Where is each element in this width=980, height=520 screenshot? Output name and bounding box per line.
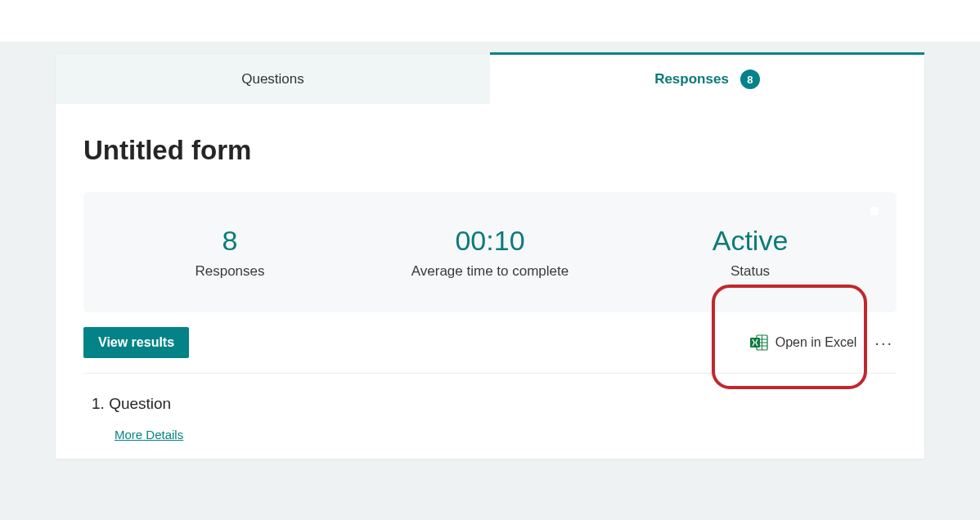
question-title: 1. Question	[92, 395, 888, 413]
tab-questions[interactable]: Questions	[56, 55, 490, 104]
stat-status-value: Active	[620, 225, 880, 257]
svg-rect-5	[750, 338, 760, 347]
stats-panel: 8 Responses 00:10 Average time to comple…	[83, 192, 897, 312]
open-in-excel-button[interactable]: Open in Excel	[744, 329, 862, 356]
actions-row: View results	[83, 312, 897, 374]
question-section: 1. Question More Details	[83, 374, 897, 459]
excel-icon	[749, 333, 769, 352]
stat-responses: 8 Responses	[100, 225, 360, 280]
tab-questions-label: Questions	[241, 71, 304, 87]
tab-content: Untitled form 8 Responses 00:10 Average …	[56, 104, 924, 459]
stat-responses-label: Responses	[100, 263, 360, 280]
view-results-button[interactable]: View results	[83, 327, 189, 358]
open-in-excel-label: Open in Excel	[775, 335, 857, 350]
stat-avg-time: 00:10 Average time to complete	[360, 225, 620, 280]
responses-count-badge: 8	[740, 69, 760, 89]
question-number: 1.	[92, 395, 105, 412]
question-text: Question	[109, 395, 171, 412]
tabs-container: Questions Responses 8	[56, 55, 924, 104]
form-title: Untitled form	[83, 135, 897, 166]
stat-avg-time-label: Average time to complete	[360, 263, 620, 280]
top-app-bar	[0, 0, 980, 43]
stat-status: Active Status	[620, 225, 880, 280]
tab-responses-label: Responses	[654, 71, 729, 87]
page-background: Questions Responses 8 Untitled form 8 Re…	[0, 43, 980, 520]
more-options-button[interactable]: ···	[871, 334, 897, 351]
stat-responses-value: 8	[100, 225, 360, 257]
stats-hint-icon	[870, 207, 879, 215]
form-card: Questions Responses 8 Untitled form 8 Re…	[56, 55, 924, 459]
stat-avg-time-value: 00:10	[360, 225, 620, 257]
stat-status-label: Status	[620, 263, 880, 280]
more-details-link[interactable]: More Details	[115, 428, 183, 442]
right-actions: Open in Excel ···	[744, 329, 897, 356]
tab-responses[interactable]: Responses 8	[490, 55, 924, 104]
